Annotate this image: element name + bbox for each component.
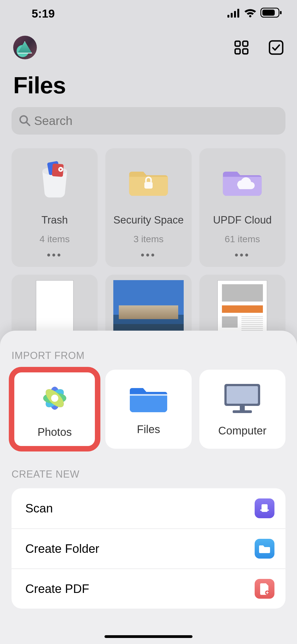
create-list: Scan Create Folder Create PDF: [12, 488, 285, 609]
more-icon[interactable]: •••: [47, 249, 62, 261]
import-option-label: Photos: [37, 426, 72, 438]
svg-rect-30: [227, 386, 258, 404]
create-item-label: Create PDF: [25, 582, 89, 596]
svg-rect-34: [260, 509, 269, 511]
wifi-icon: [244, 7, 257, 20]
folder-tile-trash[interactable]: Trash 4 items •••: [12, 148, 98, 267]
svg-point-27: [51, 395, 58, 402]
svg-rect-3: [237, 9, 239, 18]
new-folder-icon: [255, 539, 274, 559]
lock-folder-icon: [128, 159, 169, 200]
svg-rect-18: [144, 182, 153, 188]
svg-rect-6: [280, 11, 282, 14]
create-item-label: Scan: [25, 501, 53, 515]
battery-icon: [260, 7, 282, 20]
svg-rect-8: [243, 41, 248, 46]
cloud-folder-icon: [222, 159, 263, 200]
profile-avatar[interactable]: [13, 36, 37, 59]
svg-rect-32: [233, 410, 252, 413]
page-title: Files: [0, 59, 297, 107]
import-option-label: Files: [137, 423, 160, 436]
create-item-label: Create Folder: [25, 542, 99, 556]
svg-rect-28: [130, 394, 167, 396]
folder-label: Trash: [42, 214, 68, 226]
cellular-icon: [227, 7, 240, 20]
folder-subtitle: 4 items: [40, 234, 70, 244]
computer-icon: [222, 382, 263, 416]
search-bar[interactable]: [12, 107, 285, 135]
home-indicator[interactable]: [105, 635, 193, 638]
create-item-folder[interactable]: Create Folder: [12, 528, 285, 568]
import-option-files[interactable]: Files: [105, 370, 191, 449]
svg-rect-11: [270, 41, 283, 54]
folder-grid: Trash 4 items ••• Security Space 3 items…: [0, 135, 297, 267]
status-bar: 5:19: [0, 0, 297, 27]
create-section-title: CREATE NEW: [12, 469, 285, 480]
svg-rect-9: [235, 49, 240, 54]
folder-tile-cloud[interactable]: UPDF Cloud 61 items •••: [199, 148, 285, 267]
svg-rect-7: [235, 41, 240, 46]
import-section-title: IMPORT FROM: [12, 350, 285, 361]
scan-icon: [255, 498, 274, 518]
import-options: Photos Files Computer: [12, 370, 285, 449]
create-pdf-icon: [255, 579, 274, 599]
photos-app-icon: [37, 380, 73, 417]
grid-view-icon[interactable]: [234, 40, 249, 55]
svg-point-12: [20, 116, 27, 123]
search-input[interactable]: [34, 114, 278, 128]
folder-label: UPDF Cloud: [213, 214, 272, 226]
folder-subtitle: 61 items: [225, 234, 260, 244]
svg-rect-5: [262, 10, 275, 16]
more-icon[interactable]: •••: [235, 249, 250, 261]
import-sheet: IMPORT FROM P: [0, 331, 297, 644]
status-indicators: [227, 7, 282, 20]
svg-rect-2: [234, 11, 236, 18]
search-icon: [19, 115, 30, 127]
svg-line-13: [27, 122, 30, 126]
svg-rect-31: [240, 406, 245, 411]
folder-icon: [129, 383, 168, 414]
select-mode-icon[interactable]: [268, 40, 284, 55]
more-icon[interactable]: •••: [141, 249, 156, 261]
create-item-pdf[interactable]: Create PDF: [12, 568, 285, 609]
folder-label: Security Space: [113, 214, 184, 226]
svg-rect-1: [231, 13, 233, 18]
import-option-photos[interactable]: Photos: [12, 370, 98, 449]
import-option-label: Computer: [218, 425, 267, 437]
status-time: 5:19: [32, 7, 55, 20]
create-item-scan[interactable]: Scan: [12, 488, 285, 528]
svg-rect-0: [227, 15, 229, 18]
folder-subtitle: 3 items: [133, 234, 164, 244]
import-option-computer[interactable]: Computer: [199, 370, 285, 449]
folder-tile-security[interactable]: Security Space 3 items •••: [105, 148, 191, 267]
trash-icon: [34, 159, 75, 200]
svg-rect-10: [243, 49, 248, 54]
app-header: [0, 27, 297, 59]
